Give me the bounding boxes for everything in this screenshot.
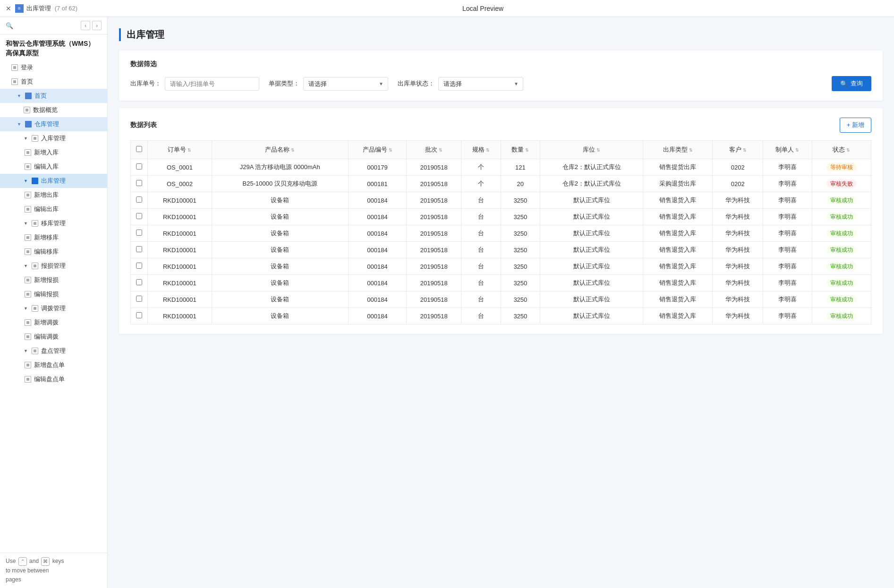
sidebar-item-edit-inventory[interactable]: 编辑盘点单 (0, 372, 107, 386)
sort-icon: ⇅ (439, 148, 443, 153)
row-checkbox-cell (131, 176, 148, 192)
type-filter-label: 单据类型： (269, 79, 299, 88)
sidebar-item-add-damage[interactable]: 新增报损 (0, 273, 107, 287)
cell-quantity: 3250 (501, 258, 540, 275)
sidebar-item-add-inventory[interactable]: 新增盘点单 (0, 358, 107, 372)
top-bar: ✕ ≡ 出库管理 (7 of 62) Local Preview (0, 0, 894, 17)
row-checkbox[interactable] (136, 213, 142, 219)
cell-status: 审核成功 (812, 258, 871, 275)
order-filter-input[interactable] (165, 77, 259, 91)
cell-status: 审核成功 (812, 242, 871, 258)
cell-out-type: 采购退货出库 (643, 176, 713, 192)
cell-spec: 台 (461, 209, 501, 225)
square-icon (32, 305, 38, 312)
cell-order-no: RKD100001 (148, 192, 212, 209)
sidebar-item-warehouse-mgmt[interactable]: ▼ 仓库管理 (0, 117, 107, 131)
cell-batch: 20190518 (407, 291, 461, 308)
status-badge: 审核成功 (826, 312, 857, 320)
sidebar-item-edit-outbound[interactable]: 编辑出库 (0, 202, 107, 216)
status-badge: 审核成功 (826, 213, 857, 221)
sidebar-item-edit-inbound[interactable]: 编辑入库 (0, 160, 107, 174)
cell-order-no: RKD100001 (148, 209, 212, 225)
cell-quantity: 121 (501, 159, 540, 176)
triangle-down-icon: ▼ (24, 136, 28, 141)
nav-next-arrow[interactable]: › (92, 21, 102, 30)
cell-order-no: RKD100001 (148, 225, 212, 242)
sidebar-item-outbound-mgmt[interactable]: ▼ 出库管理 (0, 174, 107, 188)
table-row: RKD100001 设备箱 000184 20190518 台 3250 默认正… (131, 291, 871, 308)
status-filter-select[interactable]: 请选择 (438, 77, 523, 91)
search-input[interactable] (15, 22, 81, 29)
row-checkbox[interactable] (136, 230, 142, 236)
cell-batch: 20190518 (407, 209, 461, 225)
sidebar-item-home[interactable]: 首页 (0, 75, 107, 89)
sidebar-item-home-folder[interactable]: ▼ 首页 (0, 89, 107, 103)
sidebar-item-transfer-mgmt[interactable]: ▼ 移库管理 (0, 216, 107, 230)
row-checkbox[interactable] (136, 180, 142, 186)
cell-customer: 华为科技 (713, 242, 763, 258)
sidebar-item-login[interactable]: 登录 (0, 60, 107, 75)
sidebar-item-inbound-mgmt[interactable]: ▼ 入库管理 (0, 131, 107, 145)
square-icon (11, 64, 18, 71)
header-product-code: 产品编号⇅ (348, 141, 407, 159)
sidebar-item-alloc-mgmt[interactable]: ▼ 调拨管理 (0, 301, 107, 315)
sidebar-brand: 和智云仓库管理系统（WMS） 高保真原型 (0, 34, 107, 60)
sidebar-item-add-outbound[interactable]: 新增出库 (0, 188, 107, 202)
cell-product-code: 000184 (348, 275, 407, 291)
cell-status: 审核失败 (812, 176, 871, 192)
row-checkbox-cell (131, 242, 148, 258)
square-icon (32, 135, 38, 142)
search-button[interactable]: 🔍 查询 (832, 76, 871, 91)
cell-spec: 台 (461, 275, 501, 291)
sidebar-item-data-overview[interactable]: 数据概览 (0, 103, 107, 117)
cell-batch: 20190518 (407, 308, 461, 324)
sidebar-item-add-transfer[interactable]: 新增移库 (0, 230, 107, 245)
row-checkbox-cell (131, 225, 148, 242)
select-all-checkbox[interactable] (136, 146, 142, 152)
row-checkbox[interactable] (136, 263, 142, 269)
sidebar-item-inventory-mgmt[interactable]: ▼ 盘点管理 (0, 344, 107, 358)
cell-quantity: 20 (501, 176, 540, 192)
cell-status: 审核成功 (812, 225, 871, 242)
cell-product-code: 000179 (348, 159, 407, 176)
sidebar-item-add-alloc[interactable]: 新增调拨 (0, 315, 107, 330)
folder-icon (32, 178, 38, 184)
add-button[interactable]: + 新增 (840, 118, 871, 133)
cell-product-code: 000184 (348, 258, 407, 275)
row-checkbox[interactable] (136, 246, 142, 252)
row-checkbox[interactable] (136, 196, 142, 203)
table-head: 订单号⇅ 产品名称⇅ 产品编号⇅ 批次⇅ 规格⇅ 数量⇅ 库位⇅ 出库类型⇅ 客… (131, 141, 871, 159)
cell-customer: 华为科技 (713, 192, 763, 209)
main-content: 出库管理 数据筛选 出库单号： 单据类型： 请选择 (108, 17, 894, 588)
sidebar-item-add-inbound[interactable]: 新增入库 (0, 145, 107, 160)
row-checkbox[interactable] (136, 279, 142, 285)
triangle-down-icon: ▼ (24, 179, 28, 183)
sidebar-item-edit-transfer[interactable]: 编辑移库 (0, 245, 107, 259)
cell-quantity: 3250 (501, 308, 540, 324)
sidebar-item-edit-damage[interactable]: 编辑报损 (0, 287, 107, 301)
cell-order-no: RKD100001 (148, 308, 212, 324)
sidebar-item-damage-mgmt[interactable]: ▼ 报损管理 (0, 259, 107, 273)
cell-product-code: 000184 (348, 209, 407, 225)
close-icon[interactable]: ✕ (6, 5, 11, 12)
row-checkbox-cell (131, 159, 148, 176)
cell-location: 默认正式库位 (540, 258, 643, 275)
status-select-wrapper: 请选择 (438, 77, 523, 91)
sort-icon: ⇅ (525, 148, 529, 153)
cmd-key-badge: ⌘ (41, 557, 50, 566)
row-checkbox[interactable] (136, 163, 142, 170)
cell-batch: 20190518 (407, 225, 461, 242)
cell-creator: 李明喜 (763, 308, 812, 324)
status-badge: 审核成功 (826, 295, 857, 304)
sidebar-item-edit-alloc[interactable]: 编辑调拨 (0, 330, 107, 344)
header-creator: 制单人⇅ (763, 141, 812, 159)
cell-creator: 李明喜 (763, 176, 812, 192)
nav-prev-arrow[interactable]: ‹ (81, 21, 90, 30)
cell-status: 审核成功 (812, 275, 871, 291)
sort-icon: ⇅ (486, 148, 490, 153)
row-checkbox[interactable] (136, 312, 142, 318)
square-icon (25, 277, 31, 283)
row-checkbox[interactable] (136, 296, 142, 302)
type-filter-select[interactable]: 请选择 (303, 77, 388, 91)
square-icon (32, 220, 38, 227)
